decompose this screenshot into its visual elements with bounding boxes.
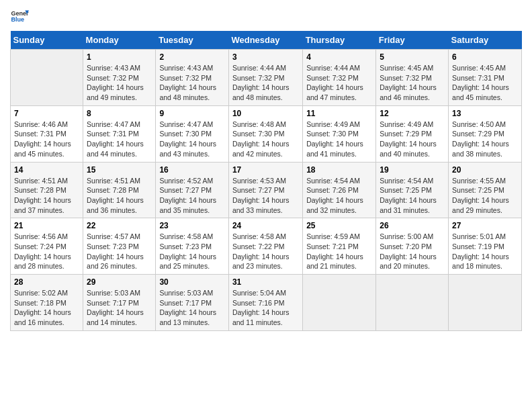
- day-info: Sunrise: 4:46 AM Sunset: 7:31 PM Dayligh…: [14, 120, 79, 159]
- calendar-cell: 21Sunrise: 4:56 AM Sunset: 7:24 PM Dayli…: [11, 218, 83, 275]
- calendar-cell: 26Sunrise: 5:00 AM Sunset: 7:20 PM Dayli…: [376, 218, 449, 275]
- calendar-cell: 25Sunrise: 4:59 AM Sunset: 7:21 PM Dayli…: [303, 218, 376, 275]
- day-info: Sunrise: 4:51 AM Sunset: 7:28 PM Dayligh…: [87, 176, 152, 216]
- day-info: Sunrise: 4:58 AM Sunset: 7:23 PM Dayligh…: [159, 232, 225, 271]
- calendar-cell: 14Sunrise: 4:51 AM Sunset: 7:28 PM Dayli…: [11, 162, 83, 218]
- day-number: 28: [14, 277, 79, 287]
- calendar-cell: 16Sunrise: 4:52 AM Sunset: 7:27 PM Dayli…: [156, 162, 229, 218]
- day-info: Sunrise: 4:44 AM Sunset: 7:32 PM Dayligh…: [232, 63, 299, 103]
- week-row-5: 28Sunrise: 5:02 AM Sunset: 7:18 PM Dayli…: [11, 275, 522, 331]
- calendar-cell: 19Sunrise: 4:54 AM Sunset: 7:25 PM Dayli…: [376, 162, 449, 218]
- svg-text:Blue: Blue: [11, 16, 24, 23]
- day-info: Sunrise: 4:50 AM Sunset: 7:29 PM Dayligh…: [452, 120, 518, 159]
- day-info: Sunrise: 4:45 AM Sunset: 7:31 PM Dayligh…: [452, 63, 518, 103]
- day-number: 19: [380, 165, 445, 175]
- day-info: Sunrise: 4:49 AM Sunset: 7:29 PM Dayligh…: [380, 120, 445, 159]
- day-number: 22: [87, 221, 152, 230]
- calendar-cell: 4Sunrise: 4:44 AM Sunset: 7:32 PM Daylig…: [303, 50, 376, 106]
- day-number: 2: [159, 52, 225, 62]
- calendar-cell: [303, 275, 376, 331]
- day-info: Sunrise: 4:58 AM Sunset: 7:22 PM Dayligh…: [232, 232, 299, 271]
- day-number: 20: [452, 165, 518, 175]
- calendar-cell: 6Sunrise: 4:45 AM Sunset: 7:31 PM Daylig…: [449, 50, 522, 106]
- calendar-cell: 2Sunrise: 4:43 AM Sunset: 7:32 PM Daylig…: [156, 50, 229, 106]
- day-info: Sunrise: 5:03 AM Sunset: 7:17 PM Dayligh…: [159, 288, 225, 328]
- day-number: 4: [306, 52, 372, 62]
- day-number: 7: [14, 109, 79, 118]
- calendar-cell: 30Sunrise: 5:03 AM Sunset: 7:17 PM Dayli…: [156, 275, 229, 331]
- day-info: Sunrise: 4:57 AM Sunset: 7:23 PM Dayligh…: [87, 232, 152, 271]
- day-info: Sunrise: 4:54 AM Sunset: 7:25 PM Dayligh…: [380, 176, 445, 216]
- day-info: Sunrise: 4:59 AM Sunset: 7:21 PM Dayligh…: [306, 232, 372, 271]
- day-number: 14: [14, 165, 79, 175]
- calendar-cell: 13Sunrise: 4:50 AM Sunset: 7:29 PM Dayli…: [449, 105, 522, 162]
- day-info: Sunrise: 4:44 AM Sunset: 7:32 PM Dayligh…: [306, 63, 372, 103]
- day-number: 31: [232, 277, 299, 287]
- day-number: 29: [87, 277, 152, 287]
- day-info: Sunrise: 5:01 AM Sunset: 7:19 PM Dayligh…: [452, 232, 518, 271]
- calendar-cell: 27Sunrise: 5:01 AM Sunset: 7:19 PM Dayli…: [449, 218, 522, 275]
- day-number: 27: [452, 221, 518, 230]
- day-info: Sunrise: 5:02 AM Sunset: 7:18 PM Dayligh…: [14, 288, 79, 328]
- day-info: Sunrise: 4:48 AM Sunset: 7:30 PM Dayligh…: [232, 120, 299, 159]
- calendar-cell: 1Sunrise: 4:43 AM Sunset: 7:32 PM Daylig…: [83, 50, 156, 106]
- logo: General Blue: [10, 7, 29, 26]
- day-number: 12: [380, 109, 445, 118]
- day-number: 9: [159, 109, 225, 118]
- week-row-1: 1Sunrise: 4:43 AM Sunset: 7:32 PM Daylig…: [11, 50, 522, 106]
- day-info: Sunrise: 4:54 AM Sunset: 7:26 PM Dayligh…: [306, 176, 372, 216]
- calendar-cell: 10Sunrise: 4:48 AM Sunset: 7:30 PM Dayli…: [228, 105, 302, 162]
- calendar-cell: 24Sunrise: 4:58 AM Sunset: 7:22 PM Dayli…: [228, 218, 302, 275]
- weekday-header-row: SundayMondayTuesdayWednesdayThursdayFrid…: [11, 31, 522, 50]
- day-info: Sunrise: 4:51 AM Sunset: 7:28 PM Dayligh…: [14, 176, 79, 216]
- day-info: Sunrise: 4:56 AM Sunset: 7:24 PM Dayligh…: [14, 232, 79, 271]
- day-info: Sunrise: 4:55 AM Sunset: 7:25 PM Dayligh…: [452, 176, 518, 216]
- day-number: 5: [380, 52, 445, 62]
- day-number: 3: [232, 52, 299, 62]
- day-number: 18: [306, 165, 372, 175]
- main-container: General Blue SundayMondayTuesdayWednesda…: [0, 0, 532, 338]
- day-number: 6: [452, 52, 518, 62]
- day-info: Sunrise: 5:00 AM Sunset: 7:20 PM Dayligh…: [380, 232, 445, 271]
- calendar-cell: [449, 275, 522, 331]
- day-info: Sunrise: 4:43 AM Sunset: 7:32 PM Dayligh…: [159, 63, 225, 103]
- calendar-cell: 7Sunrise: 4:46 AM Sunset: 7:31 PM Daylig…: [11, 105, 83, 162]
- calendar-table: SundayMondayTuesdayWednesdayThursdayFrid…: [10, 31, 522, 331]
- weekday-header-sunday: Sunday: [11, 31, 83, 50]
- day-number: 21: [14, 221, 79, 230]
- day-number: 30: [159, 277, 225, 287]
- day-number: 1: [87, 52, 152, 62]
- day-number: 15: [87, 165, 152, 175]
- day-info: Sunrise: 4:53 AM Sunset: 7:27 PM Dayligh…: [232, 176, 299, 216]
- calendar-cell: 20Sunrise: 4:55 AM Sunset: 7:25 PM Dayli…: [449, 162, 522, 218]
- day-info: Sunrise: 4:52 AM Sunset: 7:27 PM Dayligh…: [159, 176, 225, 216]
- calendar-cell: 11Sunrise: 4:49 AM Sunset: 7:30 PM Dayli…: [303, 105, 376, 162]
- weekday-header-friday: Friday: [376, 31, 449, 50]
- day-number: 25: [306, 221, 372, 230]
- weekday-header-saturday: Saturday: [449, 31, 522, 50]
- calendar-cell: 12Sunrise: 4:49 AM Sunset: 7:29 PM Dayli…: [376, 105, 449, 162]
- calendar-cell: 9Sunrise: 4:47 AM Sunset: 7:30 PM Daylig…: [156, 105, 229, 162]
- day-number: 8: [87, 109, 152, 118]
- day-number: 24: [232, 221, 299, 230]
- day-info: Sunrise: 5:04 AM Sunset: 7:16 PM Dayligh…: [232, 288, 299, 328]
- calendar-cell: 17Sunrise: 4:53 AM Sunset: 7:27 PM Dayli…: [228, 162, 302, 218]
- week-row-2: 7Sunrise: 4:46 AM Sunset: 7:31 PM Daylig…: [11, 105, 522, 162]
- day-info: Sunrise: 4:47 AM Sunset: 7:30 PM Dayligh…: [159, 120, 225, 159]
- weekday-header-tuesday: Tuesday: [156, 31, 229, 50]
- day-number: 10: [232, 109, 299, 118]
- day-number: 16: [159, 165, 225, 175]
- day-number: 23: [159, 221, 225, 230]
- calendar-cell: 3Sunrise: 4:44 AM Sunset: 7:32 PM Daylig…: [228, 50, 302, 106]
- calendar-cell: 15Sunrise: 4:51 AM Sunset: 7:28 PM Dayli…: [83, 162, 156, 218]
- day-info: Sunrise: 4:47 AM Sunset: 7:31 PM Dayligh…: [87, 120, 152, 159]
- week-row-4: 21Sunrise: 4:56 AM Sunset: 7:24 PM Dayli…: [11, 218, 522, 275]
- calendar-cell: 18Sunrise: 4:54 AM Sunset: 7:26 PM Dayli…: [303, 162, 376, 218]
- calendar-cell: 29Sunrise: 5:03 AM Sunset: 7:17 PM Dayli…: [83, 275, 156, 331]
- day-info: Sunrise: 4:45 AM Sunset: 7:32 PM Dayligh…: [380, 63, 445, 103]
- calendar-cell: 8Sunrise: 4:47 AM Sunset: 7:31 PM Daylig…: [83, 105, 156, 162]
- day-info: Sunrise: 5:03 AM Sunset: 7:17 PM Dayligh…: [87, 288, 152, 328]
- day-number: 17: [232, 165, 299, 175]
- logo-icon: General Blue: [10, 7, 29, 26]
- calendar-cell: 5Sunrise: 4:45 AM Sunset: 7:32 PM Daylig…: [376, 50, 449, 106]
